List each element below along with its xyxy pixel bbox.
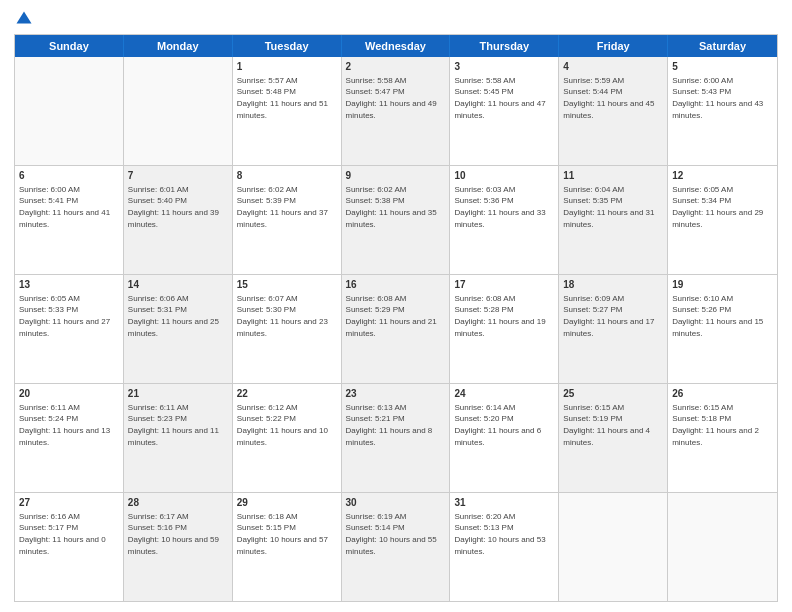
calendar-cell: 4Sunrise: 5:59 AMSunset: 5:44 PMDaylight…	[559, 57, 668, 165]
cell-info: Sunrise: 6:05 AMSunset: 5:34 PMDaylight:…	[672, 185, 763, 229]
day-number: 21	[128, 387, 228, 401]
calendar-cell: 24Sunrise: 6:14 AMSunset: 5:20 PMDayligh…	[450, 384, 559, 492]
day-number: 2	[346, 60, 446, 74]
cell-info: Sunrise: 5:59 AMSunset: 5:44 PMDaylight:…	[563, 76, 654, 120]
header-day-sunday: Sunday	[15, 35, 124, 57]
calendar-cell: 12Sunrise: 6:05 AMSunset: 5:34 PMDayligh…	[668, 166, 777, 274]
day-number: 18	[563, 278, 663, 292]
calendar-cell: 30Sunrise: 6:19 AMSunset: 5:14 PMDayligh…	[342, 493, 451, 601]
cell-info: Sunrise: 6:07 AMSunset: 5:30 PMDaylight:…	[237, 294, 328, 338]
cell-info: Sunrise: 6:05 AMSunset: 5:33 PMDaylight:…	[19, 294, 110, 338]
calendar-cell: 18Sunrise: 6:09 AMSunset: 5:27 PMDayligh…	[559, 275, 668, 383]
day-number: 27	[19, 496, 119, 510]
logo	[14, 10, 33, 28]
day-number: 16	[346, 278, 446, 292]
calendar-cell	[559, 493, 668, 601]
day-number: 1	[237, 60, 337, 74]
calendar-cell: 9Sunrise: 6:02 AMSunset: 5:38 PMDaylight…	[342, 166, 451, 274]
header-day-friday: Friday	[559, 35, 668, 57]
cell-info: Sunrise: 6:00 AMSunset: 5:43 PMDaylight:…	[672, 76, 763, 120]
calendar-week-1: 1Sunrise: 5:57 AMSunset: 5:48 PMDaylight…	[15, 57, 777, 165]
cell-info: Sunrise: 6:08 AMSunset: 5:29 PMDaylight:…	[346, 294, 437, 338]
day-number: 5	[672, 60, 773, 74]
cell-info: Sunrise: 6:04 AMSunset: 5:35 PMDaylight:…	[563, 185, 654, 229]
svg-marker-0	[17, 12, 32, 24]
day-number: 17	[454, 278, 554, 292]
header-day-thursday: Thursday	[450, 35, 559, 57]
calendar-cell: 27Sunrise: 6:16 AMSunset: 5:17 PMDayligh…	[15, 493, 124, 601]
calendar-week-4: 20Sunrise: 6:11 AMSunset: 5:24 PMDayligh…	[15, 383, 777, 492]
calendar-cell: 20Sunrise: 6:11 AMSunset: 5:24 PMDayligh…	[15, 384, 124, 492]
cell-info: Sunrise: 6:14 AMSunset: 5:20 PMDaylight:…	[454, 403, 541, 447]
calendar-cell: 26Sunrise: 6:15 AMSunset: 5:18 PMDayligh…	[668, 384, 777, 492]
calendar-cell: 21Sunrise: 6:11 AMSunset: 5:23 PMDayligh…	[124, 384, 233, 492]
cell-info: Sunrise: 6:03 AMSunset: 5:36 PMDaylight:…	[454, 185, 545, 229]
cell-info: Sunrise: 6:08 AMSunset: 5:28 PMDaylight:…	[454, 294, 545, 338]
logo-text	[14, 10, 33, 28]
page: SundayMondayTuesdayWednesdayThursdayFrid…	[0, 0, 792, 612]
calendar-cell: 28Sunrise: 6:17 AMSunset: 5:16 PMDayligh…	[124, 493, 233, 601]
calendar-cell: 10Sunrise: 6:03 AMSunset: 5:36 PMDayligh…	[450, 166, 559, 274]
day-number: 6	[19, 169, 119, 183]
cell-info: Sunrise: 6:20 AMSunset: 5:13 PMDaylight:…	[454, 512, 545, 556]
day-number: 25	[563, 387, 663, 401]
calendar-cell	[124, 57, 233, 165]
day-number: 31	[454, 496, 554, 510]
cell-info: Sunrise: 6:18 AMSunset: 5:15 PMDaylight:…	[237, 512, 328, 556]
day-number: 24	[454, 387, 554, 401]
header-day-saturday: Saturday	[668, 35, 777, 57]
calendar-week-2: 6Sunrise: 6:00 AMSunset: 5:41 PMDaylight…	[15, 165, 777, 274]
header-day-monday: Monday	[124, 35, 233, 57]
day-number: 13	[19, 278, 119, 292]
header-day-tuesday: Tuesday	[233, 35, 342, 57]
day-number: 9	[346, 169, 446, 183]
calendar-cell: 15Sunrise: 6:07 AMSunset: 5:30 PMDayligh…	[233, 275, 342, 383]
cell-info: Sunrise: 6:02 AMSunset: 5:39 PMDaylight:…	[237, 185, 328, 229]
header-day-wednesday: Wednesday	[342, 35, 451, 57]
cell-info: Sunrise: 6:11 AMSunset: 5:24 PMDaylight:…	[19, 403, 110, 447]
cell-info: Sunrise: 6:15 AMSunset: 5:18 PMDaylight:…	[672, 403, 759, 447]
calendar-cell: 3Sunrise: 5:58 AMSunset: 5:45 PMDaylight…	[450, 57, 559, 165]
calendar-cell	[15, 57, 124, 165]
day-number: 3	[454, 60, 554, 74]
day-number: 19	[672, 278, 773, 292]
cell-info: Sunrise: 5:58 AMSunset: 5:45 PMDaylight:…	[454, 76, 545, 120]
day-number: 4	[563, 60, 663, 74]
day-number: 10	[454, 169, 554, 183]
cell-info: Sunrise: 5:58 AMSunset: 5:47 PMDaylight:…	[346, 76, 437, 120]
day-number: 23	[346, 387, 446, 401]
calendar-cell: 2Sunrise: 5:58 AMSunset: 5:47 PMDaylight…	[342, 57, 451, 165]
day-number: 11	[563, 169, 663, 183]
day-number: 8	[237, 169, 337, 183]
calendar-cell: 1Sunrise: 5:57 AMSunset: 5:48 PMDaylight…	[233, 57, 342, 165]
cell-info: Sunrise: 6:19 AMSunset: 5:14 PMDaylight:…	[346, 512, 437, 556]
day-number: 30	[346, 496, 446, 510]
day-number: 15	[237, 278, 337, 292]
calendar: SundayMondayTuesdayWednesdayThursdayFrid…	[14, 34, 778, 602]
calendar-cell: 22Sunrise: 6:12 AMSunset: 5:22 PMDayligh…	[233, 384, 342, 492]
calendar-cell: 11Sunrise: 6:04 AMSunset: 5:35 PMDayligh…	[559, 166, 668, 274]
calendar-cell: 29Sunrise: 6:18 AMSunset: 5:15 PMDayligh…	[233, 493, 342, 601]
cell-info: Sunrise: 6:11 AMSunset: 5:23 PMDaylight:…	[128, 403, 219, 447]
calendar-cell	[668, 493, 777, 601]
cell-info: Sunrise: 6:09 AMSunset: 5:27 PMDaylight:…	[563, 294, 654, 338]
day-number: 7	[128, 169, 228, 183]
cell-info: Sunrise: 6:10 AMSunset: 5:26 PMDaylight:…	[672, 294, 763, 338]
calendar-cell: 25Sunrise: 6:15 AMSunset: 5:19 PMDayligh…	[559, 384, 668, 492]
cell-info: Sunrise: 6:16 AMSunset: 5:17 PMDaylight:…	[19, 512, 106, 556]
calendar-cell: 6Sunrise: 6:00 AMSunset: 5:41 PMDaylight…	[15, 166, 124, 274]
calendar-cell: 13Sunrise: 6:05 AMSunset: 5:33 PMDayligh…	[15, 275, 124, 383]
calendar-body: 1Sunrise: 5:57 AMSunset: 5:48 PMDaylight…	[15, 57, 777, 601]
cell-info: Sunrise: 6:06 AMSunset: 5:31 PMDaylight:…	[128, 294, 219, 338]
day-number: 29	[237, 496, 337, 510]
calendar-cell: 8Sunrise: 6:02 AMSunset: 5:39 PMDaylight…	[233, 166, 342, 274]
calendar-week-3: 13Sunrise: 6:05 AMSunset: 5:33 PMDayligh…	[15, 274, 777, 383]
cell-info: Sunrise: 6:13 AMSunset: 5:21 PMDaylight:…	[346, 403, 433, 447]
cell-info: Sunrise: 6:01 AMSunset: 5:40 PMDaylight:…	[128, 185, 219, 229]
header	[14, 10, 778, 28]
day-number: 20	[19, 387, 119, 401]
day-number: 28	[128, 496, 228, 510]
logo-icon	[15, 10, 33, 28]
calendar-cell: 23Sunrise: 6:13 AMSunset: 5:21 PMDayligh…	[342, 384, 451, 492]
calendar-cell: 5Sunrise: 6:00 AMSunset: 5:43 PMDaylight…	[668, 57, 777, 165]
